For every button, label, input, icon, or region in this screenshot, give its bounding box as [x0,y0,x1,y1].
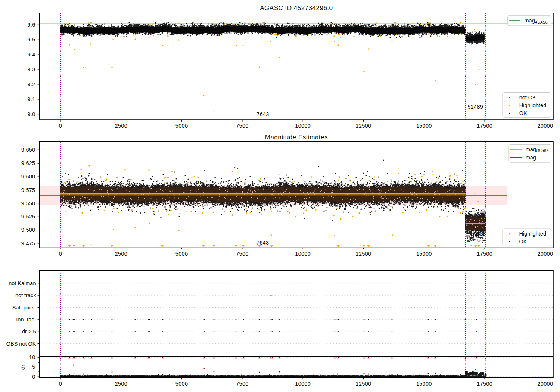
svg-text:not Kalman: not Kalman [9,280,36,286]
svg-text:9.0: 9.0 [27,111,35,117]
svg-text:7500: 7500 [236,123,248,129]
svg-text:OK: OK [519,110,527,116]
svg-text:9.625: 9.625 [21,160,35,166]
svg-text:0: 0 [59,381,62,387]
svg-text:5000: 5000 [175,251,188,257]
svg-text:2500: 2500 [115,123,127,129]
svg-text:7500: 7500 [236,251,248,257]
svg-text:9.3: 9.3 [27,66,35,72]
svg-text:9.650: 9.650 [21,147,35,153]
svg-text:17500: 17500 [477,123,492,129]
svg-text:dr: dr [20,365,26,370]
svg-text:9.2: 9.2 [27,81,35,87]
svg-text:7643: 7643 [256,111,269,117]
svg-text:5000: 5000 [175,123,188,129]
svg-text:Highlighted: Highlighted [519,102,547,108]
svg-text:17500: 17500 [477,381,492,387]
svg-text:9.6: 9.6 [27,22,35,28]
svg-text:9.525: 9.525 [21,214,35,220]
svg-text:mag: mag [526,155,536,161]
svg-text:2500: 2500 [115,381,127,387]
svg-text:0: 0 [59,123,62,129]
svg-text:9.575: 9.575 [21,187,35,193]
svg-text:7500: 7500 [236,381,248,387]
svg-text:Ion. rad.: Ion. rad. [16,317,36,323]
svg-text:10000: 10000 [295,381,311,387]
svg-text:20000: 20000 [537,123,553,129]
svg-text:AGASC ID 452734296.0: AGASC ID 452734296.0 [260,4,333,12]
svg-text:Sat. pixel.: Sat. pixel. [12,305,36,311]
svg-text:5: 5 [32,364,35,370]
svg-text:12500: 12500 [356,381,371,387]
svg-text:dr > 5: dr > 5 [22,329,36,335]
svg-text:Highlighted: Highlighted [519,231,546,237]
svg-text:0: 0 [32,374,35,380]
svg-text:9.5: 9.5 [27,37,35,43]
svg-text:10000: 10000 [295,251,311,257]
svg-text:not track: not track [15,292,36,298]
svg-text:15000: 15000 [416,381,432,387]
svg-text:OK: OK [519,239,527,245]
svg-text:20000: 20000 [537,251,553,257]
svg-text:2500: 2500 [115,251,127,257]
svg-text:10000: 10000 [295,123,311,129]
svg-text:20000: 20000 [537,381,553,387]
svg-text:not OK: not OK [519,94,536,100]
svg-text:15000: 15000 [416,251,432,257]
svg-text:9.500: 9.500 [21,227,35,233]
svg-text:9.600: 9.600 [21,174,35,180]
svg-text:9.1: 9.1 [27,96,35,102]
svg-text:15000: 15000 [416,123,432,129]
svg-text:10: 10 [29,354,35,360]
svg-text:52489: 52489 [467,104,483,110]
svg-text:9.4: 9.4 [27,52,35,57]
svg-text:17500: 17500 [477,251,492,257]
svg-text:9.475: 9.475 [21,240,35,246]
svg-text:OBS not OK: OBS not OK [6,341,36,347]
svg-text:Magnitude Estimates: Magnitude Estimates [265,134,328,141]
svg-text:9.550: 9.550 [21,200,35,206]
svg-text:7643: 7643 [256,240,269,246]
svg-text:12500: 12500 [356,251,371,257]
svg-text:0: 0 [59,251,62,257]
svg-text:12500: 12500 [356,123,371,129]
svg-text:5000: 5000 [175,381,188,387]
